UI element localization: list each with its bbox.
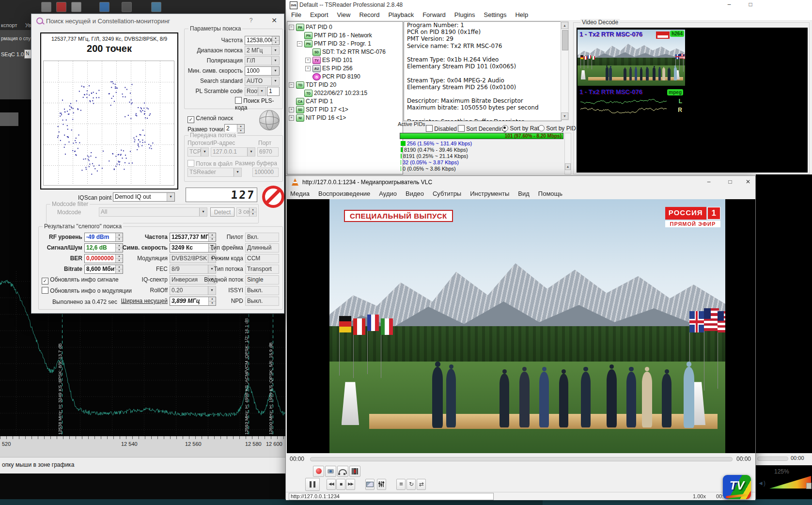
tree-node[interactable]: +TVES PID 101 <box>287 56 403 64</box>
toolbar-icon[interactable] <box>71 2 81 12</box>
vlc-menu-7[interactable]: Помощь <box>534 189 567 199</box>
audio-decode-panel[interactable]: 1 - Tx2 RTR MSC-076 mpeg L R <box>578 88 685 116</box>
tree-node[interactable]: TD2022/06/27 10:23:15 <box>287 89 403 97</box>
tsreader-menu-2[interactable]: View <box>333 10 355 20</box>
vlc-menu-2[interactable]: Аудио <box>375 189 401 199</box>
pid-row[interactable]: 32 (0.05% ~ 3.87 Kbps) <box>401 159 459 166</box>
vlc-seekbar[interactable] <box>310 457 733 461</box>
tree-node[interactable]: CACAT PID 1 <box>287 97 403 106</box>
close-icon[interactable]: ✕ <box>741 176 755 189</box>
iqscan-select[interactable]: Demod IQ out▾ <box>113 192 175 202</box>
pause-button[interactable] <box>305 478 320 491</box>
tree-expand-icon[interactable]: + <box>305 58 311 63</box>
tsreader-menu-6[interactable]: Plugins <box>450 10 480 20</box>
fullscreen-button[interactable] <box>365 479 375 490</box>
pls-search-checkbox[interactable]: Поиск PLS-кода <box>235 97 282 111</box>
scroll-up-icon[interactable]: ▲ <box>565 163 571 170</box>
minimize-icon[interactable]: – <box>698 176 719 189</box>
toolbar-icon[interactable] <box>41 2 51 12</box>
vlc-titlebar[interactable]: http://127.0.0.1:1234 - Медиапроигрывате… <box>286 176 755 189</box>
param-spinner[interactable]: 1 <box>267 87 280 96</box>
vlc-menu-5[interactable]: Инструменты <box>466 189 514 199</box>
tsreader-menu-4[interactable]: Playback <box>384 10 418 20</box>
playlist-button[interactable]: ≡ <box>396 479 406 490</box>
tree-node[interactable]: SDSDT: Tx2 RTR MSC-076 <box>287 48 403 56</box>
tree-node[interactable]: +NINIT PID 16 <1> <box>287 114 403 122</box>
stop-button[interactable]: ■ <box>336 479 345 490</box>
pid-row[interactable]: 8191 (0.25% ~ 21.14 Kbps) <box>401 153 468 159</box>
update-signal-checkbox[interactable]: ✓ Обновлять инфо сигнале <box>42 276 119 284</box>
param-dropdown[interactable]: AUTO▾ <box>245 77 280 86</box>
tsreader-menu-7[interactable]: Settings <box>479 10 511 20</box>
toolbar-icon[interactable] <box>122 2 132 12</box>
param-dropdown[interactable]: 2 МГц▾ <box>245 46 280 55</box>
tree-expand-icon[interactable]: + <box>289 107 294 112</box>
sort-by-pid-radio[interactable]: Sort by PID <box>538 125 576 132</box>
sort-by-rate-radio[interactable]: Sort by Rate <box>502 125 542 132</box>
tsreader-menu-5[interactable]: Forward <box>418 10 450 20</box>
sort-descending-checkbox[interactable]: Sort Decending <box>458 125 506 132</box>
param-spinner[interactable]: 12538,000 МГц▴▾ <box>245 36 280 45</box>
vlc-video-area[interactable]: СПЕЦИАЛЬНЫЙ ВЫПУСК РОССИЯ1 ПРЯМОЙ ЭФИР <box>287 199 755 453</box>
scrollbar-thumb[interactable] <box>562 30 568 50</box>
toolbar-icon[interactable] <box>151 2 161 12</box>
maximize-icon[interactable]: □ <box>719 176 741 189</box>
param-dropdown[interactable]: Root▾ <box>245 87 266 96</box>
snapshot-button[interactable] <box>325 466 336 477</box>
tree-node[interactable]: +SDSDT PID 17 <1> <box>287 106 403 114</box>
loop-button[interactable]: ↻ <box>406 479 416 490</box>
volume-triangle[interactable] <box>769 476 811 489</box>
tree-node[interactable]: PNPMT PID 16 - Network <box>287 32 403 40</box>
tree-expand-icon[interactable]: − <box>289 82 294 88</box>
tree-node[interactable]: ◷PCR PID 8190 <box>287 73 403 81</box>
shuffle-button[interactable]: ⇄ <box>417 479 426 490</box>
tsreader-menu-3[interactable]: Record <box>355 10 384 20</box>
ab-loop-button[interactable] <box>337 466 348 477</box>
dialog-titlebar[interactable]: Поиск несущей и Constellation-мониторинг… <box>31 14 284 28</box>
frame-by-frame-button[interactable] <box>349 466 360 477</box>
globe-icon[interactable] <box>259 110 280 130</box>
scroll-down-icon[interactable]: ▼ <box>561 112 568 120</box>
background-player-seekbar[interactable] <box>757 457 788 461</box>
tsreader-titlebar[interactable]: DVB Default -- TSReader Professional 2.8… <box>286 0 812 10</box>
volume-box-icon[interactable] <box>806 483 812 489</box>
playback-rate[interactable]: 1.00x <box>693 493 706 499</box>
previous-button[interactable]: ◀◀ <box>327 479 336 490</box>
toolbar-icon[interactable] <box>99 2 109 12</box>
toolbar-icon[interactable] <box>56 2 66 12</box>
vlc-menu-0[interactable]: Медиа <box>286 189 314 199</box>
next-button[interactable]: ▶▶ <box>346 479 355 490</box>
blind-search-checkbox[interactable]: ✓ Слепой поиск <box>187 115 233 123</box>
param-dropdown[interactable]: Г/Л▾ <box>245 56 280 65</box>
tree-node[interactable]: −PNPMT PID 32 - Progr. 1 <box>287 40 403 48</box>
record-button[interactable] <box>313 466 324 477</box>
extended-settings-button[interactable] <box>377 479 386 490</box>
tv-player-logo[interactable]: TV <box>723 475 751 499</box>
video-decode-thumbnail[interactable]: 1 - Tx2 RTR MSC-076 h264 <box>578 30 685 86</box>
pid-row[interactable]: 0 (0.05% ~ 3.86 Kbps) <box>401 166 456 172</box>
vlc-menu-6[interactable]: Вид <box>514 189 534 199</box>
pid-row[interactable]: 256 (1.56% ~ 131.49 Kbps) <box>401 141 472 147</box>
tsreader-menu-0[interactable]: File <box>287 10 306 20</box>
tree-node[interactable]: −PAPAT PID 0 <box>287 23 403 32</box>
tree-expand-icon[interactable]: + <box>289 115 294 121</box>
tree-expand-icon[interactable]: + <box>305 66 311 71</box>
tree-node[interactable]: −TDTDT PID 20 <box>287 81 403 89</box>
vlc-menu-3[interactable]: Видео <box>401 189 428 199</box>
help-icon[interactable]: ? <box>244 14 258 28</box>
vlc-menu-4[interactable]: Субтитры <box>428 189 466 199</box>
maximize-icon[interactable]: □ <box>741 0 760 10</box>
close-icon[interactable]: ✕ <box>266 14 282 28</box>
param-combo[interactable]: 1000▾ <box>245 66 280 76</box>
tree-node[interactable]: +AUES PID 256 <box>287 64 403 73</box>
pid-list-scrollbar[interactable]: ▲ <box>564 133 571 174</box>
disabled-checkbox[interactable]: Disabled <box>426 125 457 132</box>
stop-sign-icon[interactable] <box>262 186 284 208</box>
tree-expand-icon[interactable]: − <box>289 25 294 30</box>
pid-row[interactable]: 8190 (0.47% - 39.46 Kbps) <box>401 147 468 153</box>
vlc-menu-1[interactable]: Воспроизведение <box>314 189 375 199</box>
scroll-up-icon[interactable]: ▲ <box>561 22 568 29</box>
minimize-icon[interactable]: – <box>719 0 739 10</box>
tsreader-menu-8[interactable]: Help <box>511 10 532 20</box>
speaker-icon[interactable]: ◄) <box>758 480 765 487</box>
